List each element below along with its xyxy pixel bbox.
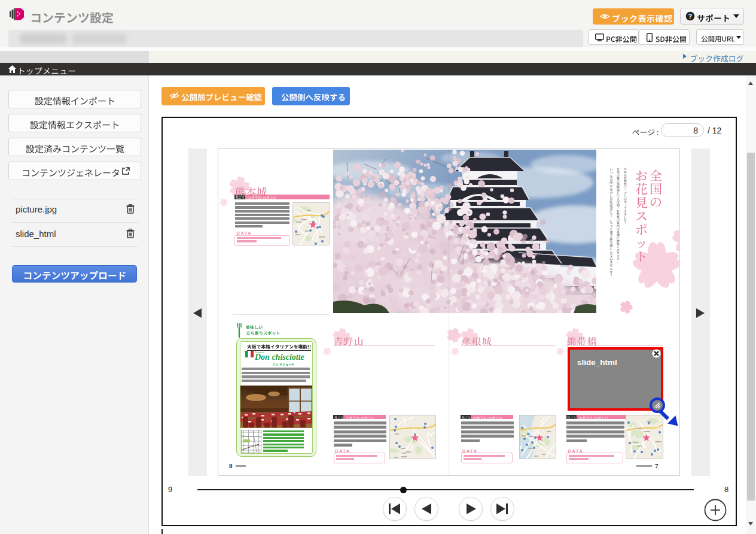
svg-text:?: ? [688, 13, 692, 20]
